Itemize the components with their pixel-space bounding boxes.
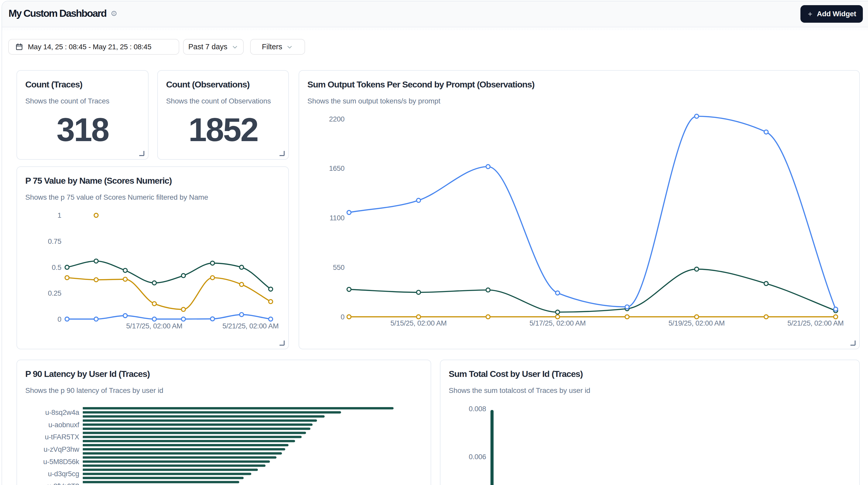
card-content: Count (Observations) Shows the count of … [158, 71, 288, 159]
svg-text:5/17/25, 02:00 AM: 5/17/25, 02:00 AM [529, 319, 586, 327]
widget-count-traces: Count (Traces) Shows the count of Traces… [17, 70, 149, 160]
chart-svg: 05501100165022005/15/25, 02:00 AM5/17/25… [299, 71, 859, 349]
page-title: My Custom Dashboard [8, 8, 106, 19]
svg-text:u-5M8D56k: u-5M8D56k [43, 458, 80, 466]
svg-text:5/21/25, 02:00 AM: 5/21/25, 02:00 AM [222, 322, 279, 330]
add-widget-button[interactable]: Add Widget [800, 5, 863, 23]
widget-title: Count (Observations) [166, 79, 280, 90]
line-chart-p75: 00.250.50.7515/17/25, 02:00 AM5/21/25, 0… [17, 167, 288, 349]
svg-text:0: 0 [341, 313, 344, 321]
svg-text:u-zVqP3hw: u-zVqP3hw [43, 445, 79, 453]
dots-texture [2, 28, 868, 30]
chevron-down-icon [286, 43, 293, 51]
svg-text:0.25: 0.25 [48, 289, 61, 297]
widget-p90-latency: P 90 Latency by User Id (Traces) Shows t… [17, 360, 431, 485]
page-header-band [2, 1, 868, 27]
time-preset-value: Past 7 days [188, 42, 227, 51]
calendar-icon [15, 43, 23, 51]
chart-svg: 0.0080.006 [440, 360, 859, 485]
metric-value: 318 [25, 106, 140, 153]
svg-text:0.006: 0.006 [469, 453, 486, 461]
widget-p75-by-name: P 75 Value by Name (Scores Numeric) Show… [17, 166, 289, 349]
widget-title: Count (Traces) [25, 79, 140, 90]
widget-total-cost: Sum Total Cost by User Id (Traces) Shows… [440, 360, 860, 485]
svg-text:u-aobnuxf: u-aobnuxf [48, 421, 79, 429]
filters-button[interactable]: Filters [250, 39, 305, 55]
info-icon[interactable] [112, 11, 117, 16]
time-preset-select[interactable]: Past 7 days [183, 39, 244, 55]
svg-text:0.008: 0.008 [469, 405, 486, 413]
bar-chart-p90: u-8sq2w4au-aobnuxfu-tFAR5TXu-zVqP3hwu-5M… [17, 360, 431, 485]
date-range-value: May 14, 25 : 08:45 - May 21, 25 : 08:45 [28, 43, 151, 51]
resize-handle-icon[interactable] [850, 340, 856, 346]
svg-text:2200: 2200 [329, 115, 344, 123]
line-chart-tokens: 05501100165022005/15/25, 02:00 AM5/17/25… [299, 71, 859, 349]
svg-text:5/19/25, 02:00 AM: 5/19/25, 02:00 AM [669, 319, 724, 327]
svg-text:1650: 1650 [329, 164, 344, 172]
metric-value: 1852 [166, 106, 280, 153]
resize-handle-icon[interactable] [139, 150, 145, 156]
plus-icon [807, 11, 813, 17]
chart-svg: u-8sq2w4au-aobnuxfu-tFAR5TXu-zVqP3hwu-5M… [17, 360, 431, 485]
widget-count-observations: Count (Observations) Shows the count of … [157, 70, 289, 160]
filters-label: Filters [262, 42, 282, 51]
svg-text:5/21/25, 02:00 AM: 5/21/25, 02:00 AM [787, 319, 843, 327]
date-range-picker[interactable]: May 14, 25 : 08:45 - May 21, 25 : 08:45 [8, 39, 179, 55]
svg-text:550: 550 [333, 263, 344, 271]
svg-text:u-d3qr5cg: u-d3qr5cg [48, 470, 79, 478]
card-content: Count (Traces) Shows the count of Traces… [17, 71, 148, 159]
add-widget-label: Add Widget [817, 10, 856, 18]
svg-text:u-8sq2w4a: u-8sq2w4a [45, 408, 80, 416]
svg-text:1: 1 [58, 211, 61, 219]
svg-text:u-tFAR5TX: u-tFAR5TX [45, 433, 79, 441]
svg-text:5/15/25, 02:00 AM: 5/15/25, 02:00 AM [391, 319, 446, 327]
svg-text:1100: 1100 [330, 214, 344, 222]
dashboard-page: My Custom Dashboard Add Widget May 14, 2… [0, 0, 868, 485]
resize-handle-icon[interactable] [279, 340, 285, 346]
chart-svg: 00.250.50.7515/17/25, 02:00 AM5/21/25, 0… [17, 167, 288, 349]
svg-text:u-8fVa9T3: u-8fVa9T3 [47, 482, 79, 485]
svg-text:0: 0 [58, 315, 61, 323]
svg-text:5/17/25, 02:00 AM: 5/17/25, 02:00 AM [126, 322, 182, 330]
resize-handle-icon[interactable] [279, 150, 285, 156]
widget-subtitle: Shows the count of Traces [25, 96, 140, 106]
widget-subtitle: Shows the count of Observations [166, 96, 280, 106]
svg-text:0.75: 0.75 [48, 237, 61, 245]
chevron-down-icon [231, 43, 239, 51]
svg-text:0.5: 0.5 [52, 263, 61, 271]
bar-chart-cost: 0.0080.006 [440, 360, 859, 485]
widget-tokens-by-prompt: Sum Output Tokens Per Second by Prompt (… [299, 70, 860, 349]
page-header: My Custom Dashboard [8, 0, 117, 27]
